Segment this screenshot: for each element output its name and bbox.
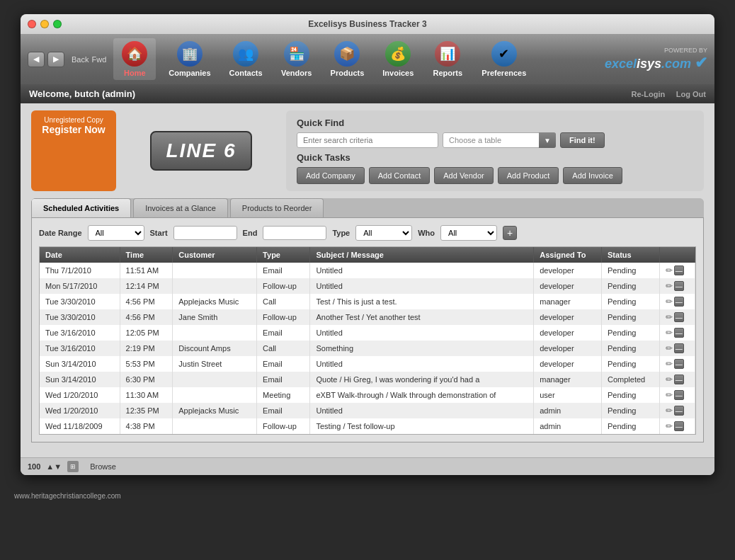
table-row: Tue 3/16/201012:05 PMEmailUntitleddevelo… [40,325,695,341]
cell-4: Untitled [310,403,534,418]
nav-vendors[interactable]: 🏪 Vendors [275,38,318,80]
add-vendor-button[interactable]: Add Vendor [434,167,494,184]
cell-2 [173,418,257,434]
cell-2: Jane Smith [173,309,257,325]
close-button[interactable] [28,20,36,28]
delete-row-button[interactable]: — [674,297,684,307]
relogin-link[interactable]: Re-Login [632,90,666,98]
col-subject: Subject / Message [310,247,534,263]
delete-row-button[interactable]: — [674,375,684,384]
search-input[interactable] [297,132,438,148]
cell-4: Testing / Test follow-up [310,418,534,434]
type-select[interactable]: All [355,225,412,241]
edit-row-button[interactable]: ✏ [666,359,673,369]
delete-row-button[interactable]: — [674,265,684,275]
edit-row-button[interactable]: ✏ [666,421,673,431]
add-product-button[interactable]: Add Product [498,167,559,184]
nav-products[interactable]: 📦 Products [325,38,370,80]
cell-0: Tue 3/30/2010 [40,294,120,309]
action-cell: ✏— [659,403,695,418]
invoices-icon: 💰 [385,41,411,67]
register-now-label: Register Now [40,124,108,135]
end-date-input[interactable] [263,226,326,240]
nav-labels: Back Fwd [72,55,106,64]
nav-vendors-label: Vendors [281,69,312,77]
date-range-label: Date Range [39,229,82,237]
add-invoice-button[interactable]: Add Invoice [563,167,622,184]
edit-row-button[interactable]: ✏ [666,328,673,338]
cell-4: Another Test / Yet another test [310,309,534,325]
nav-reports[interactable]: 📊 Reports [426,38,469,80]
cell-2: Discount Amps [173,341,257,356]
fwd-button[interactable]: ▶ [47,52,64,67]
edit-row-button[interactable]: ✏ [666,406,673,416]
delete-row-button[interactable]: — [674,312,684,322]
add-filter-button[interactable]: + [503,226,517,240]
edit-row-button[interactable]: ✏ [666,375,673,384]
cell-6: Pending [602,403,660,418]
cell-2: Applejacks Music [173,294,257,309]
zoom-fit-icon: ⊞ [67,461,79,472]
edit-row-button[interactable]: ✏ [666,281,673,291]
col-customer: Customer [173,247,257,263]
nav-invoices[interactable]: 💰 Invoices [377,38,419,80]
find-button[interactable]: Find it! [560,132,605,148]
cell-6: Pending [602,387,660,403]
cell-1: 4:56 PM [120,294,173,309]
delete-row-button[interactable]: — [674,328,684,338]
tab-scheduled[interactable]: Scheduled Activities [31,198,131,217]
cell-2: Applejacks Music [173,403,257,418]
nav-arrows: ◀ ▶ [28,52,64,67]
cell-4: Untitled [310,325,534,341]
action-cell: ✏— [659,263,695,278]
cell-3: Meeting [257,387,310,403]
cell-3: Follow-up [257,309,310,325]
cell-4: Quote / Hi Greg, I was wondering if you'… [310,372,534,387]
edit-row-button[interactable]: ✏ [666,312,673,322]
delete-row-button[interactable]: — [674,390,684,400]
tab-products-reorder[interactable]: Products to Reorder [230,198,324,217]
cell-0: Wed 1/20/2010 [40,403,120,418]
edit-row-button[interactable]: ✏ [666,297,673,307]
add-company-button[interactable]: Add Company [297,167,365,184]
delete-row-button[interactable]: — [674,343,684,353]
filter-row: Date Range All Start End Type All Who Al… [39,225,696,241]
who-select[interactable]: All [440,225,497,241]
action-cell: ✏— [659,278,695,294]
window-title: Excelisys Business Tracker 3 [308,19,426,29]
logout-link[interactable]: Log Out [676,90,706,98]
tab-invoices-glance[interactable]: Invoices at a Glance [133,198,228,217]
nav-prefs[interactable]: ✔ Preferences [476,38,532,80]
start-date-input[interactable] [173,226,237,240]
date-range-select[interactable]: All [88,225,144,241]
cell-1: 4:38 PM [120,418,173,434]
action-cell: ✏— [659,372,695,387]
back-button[interactable]: ◀ [28,52,45,67]
delete-row-button[interactable]: — [674,281,684,291]
add-contact-button[interactable]: Add Contact [369,167,431,184]
zoom-icon: ▲▼ [46,462,62,471]
table-select[interactable]: Choose a table [443,132,556,148]
edit-row-button[interactable]: ✏ [666,390,673,400]
nav-companies[interactable]: 🏢 Companies [163,38,216,80]
cell-5: developer [534,325,602,341]
browse-label: Browse [90,462,116,471]
minimize-button[interactable] [40,20,49,28]
cell-3: Email [257,263,310,278]
zoom-level: 100 [28,462,40,471]
nav-contacts[interactable]: 👥 Contacts [224,38,268,80]
action-cell: ✏— [659,325,695,341]
action-cell: ✏— [659,418,695,434]
register-box[interactable]: Unregistered Copy Register Now [31,110,116,191]
table-row: Mon 5/17/201012:14 PMFollow-upUntitledde… [40,278,695,294]
delete-row-button[interactable]: — [674,421,684,431]
col-status: Status [602,247,660,263]
table-row: Thu 7/1/201011:51 AMEmailUntitleddevelop… [40,263,695,278]
delete-row-button[interactable]: — [674,406,684,416]
maximize-button[interactable] [53,20,62,28]
delete-row-button[interactable]: — [674,359,684,369]
edit-row-button[interactable]: ✏ [666,343,673,353]
nav-home[interactable]: 🏠 Home [113,38,156,80]
edit-row-button[interactable]: ✏ [666,265,673,275]
vendors-icon: 🏪 [284,41,309,67]
